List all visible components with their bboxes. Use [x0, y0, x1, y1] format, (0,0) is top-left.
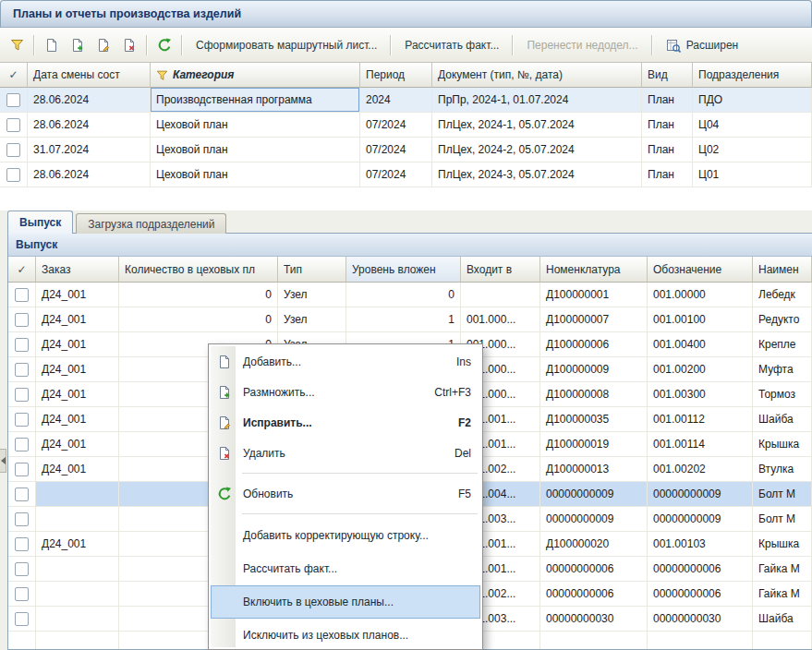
- cell-designation: 00000000006: [648, 557, 753, 582]
- table-row[interactable]: 28.06.2024 Цеховой план 07/2024 ПлЦех, 2…: [0, 113, 812, 138]
- cell-order: [36, 582, 119, 607]
- row-checkbox-cell[interactable]: [8, 557, 36, 582]
- row-checkbox[interactable]: [15, 438, 29, 451]
- row-checkbox-cell[interactable]: [8, 283, 36, 307]
- header-level[interactable]: Уровень вложен: [346, 257, 461, 283]
- menu-item-exclude-from-shop-plans[interactable]: Исключить из цеховых планов...: [211, 619, 480, 650]
- cell-empty: [753, 632, 812, 650]
- table-row[interactable]: Д24_001 0 Узел 0 Д100000001 001.00000 Ле…: [8, 283, 812, 307]
- menu-item-refresh[interactable]: Обновить F5: [211, 478, 480, 509]
- row-checkbox[interactable]: [6, 143, 20, 157]
- make-route-sheet-button[interactable]: Сформировать маршрутный лист...: [187, 31, 386, 59]
- header-parent[interactable]: Входит в: [461, 257, 540, 283]
- move-backlog-button[interactable]: Перенести недодел...: [517, 31, 647, 59]
- header-type[interactable]: Тип: [278, 257, 346, 283]
- row-checkbox[interactable]: [15, 587, 29, 601]
- header-order[interactable]: Заказ: [36, 257, 119, 283]
- row-checkbox-cell[interactable]: [0, 162, 28, 187]
- row-checkbox-cell[interactable]: [8, 407, 36, 432]
- tab-release[interactable]: Выпуск: [7, 211, 73, 234]
- row-checkbox-cell[interactable]: [8, 307, 36, 332]
- header-date[interactable]: Дата смены сост: [28, 63, 151, 88]
- header-document[interactable]: Документ (тип, №, дата): [432, 63, 642, 88]
- row-checkbox[interactable]: [6, 118, 20, 132]
- row-checkbox[interactable]: [15, 562, 29, 576]
- menu-item-delete[interactable]: Удалить Del: [211, 438, 480, 468]
- table-row[interactable]: Д24_001 0 Узел 1 001.000... Д100000007 0…: [8, 307, 812, 332]
- section-header: Выпуск: [8, 234, 812, 257]
- row-checkbox[interactable]: [15, 488, 29, 501]
- menu-item-add[interactable]: Добавить... Ins: [211, 346, 480, 377]
- refresh-button[interactable]: [151, 31, 177, 59]
- cell-department: Ц01: [693, 162, 812, 187]
- cell-designation: 001.00114: [648, 432, 753, 457]
- table-row[interactable]: 28.06.2024 Цеховой план 07/2024 ПлЦех, 2…: [0, 162, 812, 187]
- cell-name: Редукто: [753, 307, 812, 332]
- menu-item-label: Обновить: [243, 488, 449, 500]
- row-checkbox-cell[interactable]: [8, 607, 36, 632]
- cell-date: 28.06.2024: [28, 162, 151, 187]
- row-checkbox-cell[interactable]: [0, 88, 28, 113]
- row-checkbox-cell[interactable]: [8, 482, 36, 507]
- collapse-panel-handle[interactable]: [0, 449, 6, 473]
- row-checkbox[interactable]: [6, 93, 20, 107]
- add-button[interactable]: [39, 31, 65, 59]
- cell-nomenclature: 00000000030: [540, 607, 648, 632]
- document-pencil-icon: [96, 38, 111, 53]
- cell-order: Д24_001: [36, 532, 119, 557]
- row-checkbox-cell[interactable]: [0, 113, 28, 138]
- row-checkbox-cell[interactable]: [8, 382, 36, 407]
- cell-document: ПлЦех, 2024-2, 05.07.2024: [432, 138, 642, 162]
- row-checkbox[interactable]: [15, 313, 29, 327]
- toolbar-separator: [181, 35, 183, 55]
- extended-button[interactable]: Расширен: [657, 31, 748, 59]
- cell-designation: 001.00200: [648, 357, 753, 382]
- header-nomenclature[interactable]: Номенклатура: [540, 257, 648, 283]
- document-plus-icon: [70, 38, 85, 53]
- row-checkbox[interactable]: [15, 388, 29, 402]
- row-checkbox[interactable]: [15, 612, 29, 626]
- menu-item-include-in-shop-plans[interactable]: Включить в цеховые планы...: [211, 585, 480, 619]
- menu-item-duplicate[interactable]: Размножить... Ctrl+F3: [211, 377, 480, 407]
- row-checkbox-cell[interactable]: [8, 582, 36, 607]
- table-row[interactable]: 31.07.2024 Цеховой план 07/2024 ПлЦех, 2…: [0, 138, 812, 162]
- row-checkbox[interactable]: [15, 537, 29, 551]
- row-checkbox[interactable]: [6, 168, 20, 182]
- row-checkbox-cell[interactable]: [8, 432, 36, 457]
- row-checkbox-cell[interactable]: [8, 532, 36, 557]
- row-checkbox[interactable]: [15, 512, 29, 526]
- row-checkbox-cell[interactable]: [8, 507, 36, 532]
- row-checkbox[interactable]: [15, 288, 29, 302]
- header-name[interactable]: Наимен: [753, 257, 812, 283]
- menu-item-edit[interactable]: Исправить... F2: [211, 407, 480, 438]
- delete-button[interactable]: [116, 31, 142, 59]
- header-designation[interactable]: Обозначение: [648, 257, 753, 283]
- row-checkbox[interactable]: [15, 363, 29, 377]
- row-checkbox-cell[interactable]: [8, 357, 36, 382]
- row-checkbox-cell[interactable]: [8, 457, 36, 482]
- header-kind[interactable]: Вид: [642, 63, 693, 88]
- table-row[interactable]: 28.06.2024 Производственная программа 20…: [0, 88, 812, 113]
- tab-department-load[interactable]: Загрузка подразделений: [76, 213, 226, 234]
- duplicate-button[interactable]: [65, 31, 91, 59]
- header-check[interactable]: ✓: [0, 63, 28, 88]
- header-period[interactable]: Период: [360, 63, 432, 88]
- menu-item-calc-fact[interactable]: Рассчитать факт...: [211, 552, 480, 585]
- row-checkbox[interactable]: [15, 338, 29, 352]
- cell-order: [36, 482, 119, 507]
- header-qty[interactable]: Количество в цеховых пл: [119, 257, 278, 283]
- edit-button[interactable]: [91, 31, 116, 59]
- menu-item-add-correction-row[interactable]: Добавить корректирующую строку...: [211, 519, 480, 552]
- cell-type: Узел: [278, 307, 346, 332]
- cell-designation: 001.00103: [648, 532, 753, 557]
- header-check[interactable]: ✓: [8, 257, 36, 283]
- row-checkbox-cell[interactable]: [0, 138, 28, 162]
- header-category[interactable]: Категория: [151, 63, 360, 88]
- calc-fact-button[interactable]: Рассчитать факт...: [395, 31, 508, 59]
- header-department[interactable]: Подразделения: [693, 63, 812, 88]
- row-checkbox[interactable]: [15, 463, 29, 476]
- row-checkbox[interactable]: [15, 413, 29, 427]
- filter-button[interactable]: [5, 31, 30, 59]
- row-checkbox-cell[interactable]: [8, 332, 36, 357]
- cell-nomenclature: Д100000009: [540, 357, 648, 382]
